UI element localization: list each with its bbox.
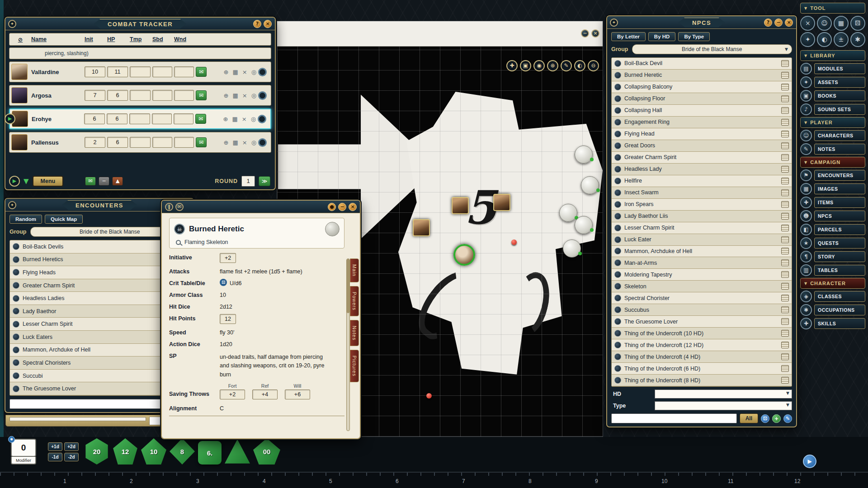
crit-field[interactable]: U/d6 bbox=[230, 279, 241, 286]
init-field[interactable]: 10 bbox=[85, 66, 105, 77]
sidebar-item[interactable]: ▦ IMAGES bbox=[800, 183, 865, 195]
record-link-icon[interactable] bbox=[614, 365, 621, 372]
close-icon[interactable]: × bbox=[349, 203, 357, 211]
sidebar-item-icon[interactable]: ✚ bbox=[800, 318, 812, 329]
effects-icon[interactable]: ◎ bbox=[251, 92, 256, 99]
scroll-down-icon[interactable]: ▼ bbox=[24, 177, 29, 185]
action-dice-field[interactable]: 1d20 bbox=[220, 340, 232, 347]
armor-class-field[interactable]: 10 bbox=[220, 291, 226, 298]
sidebar-item-label[interactable]: MODULES bbox=[814, 63, 865, 74]
npc-list-item[interactable]: Hellfire bbox=[612, 175, 792, 187]
sidebar-item-label[interactable]: SOUND SETS bbox=[814, 104, 865, 115]
record-link-icon[interactable] bbox=[614, 259, 621, 266]
d100-die[interactable]: 00 bbox=[253, 438, 280, 465]
record-link-icon[interactable] bbox=[614, 271, 621, 278]
d12-die[interactable]: 12 bbox=[113, 438, 138, 465]
tmp-field[interactable] bbox=[130, 137, 151, 148]
record-link-icon[interactable] bbox=[614, 295, 621, 301]
sidebar-item-label[interactable]: PARCELS bbox=[814, 224, 865, 235]
type-filter-select[interactable]: ▼ bbox=[655, 401, 792, 410]
sidebar-item-label[interactable]: TABLES bbox=[814, 265, 865, 276]
sidebar-item-icon[interactable]: ▤ bbox=[800, 63, 812, 75]
record-sheet-button[interactable] bbox=[781, 306, 789, 313]
record-link-icon[interactable] bbox=[614, 142, 621, 149]
token-portrait[interactable] bbox=[11, 134, 28, 150]
map-token-coin[interactable] bbox=[575, 145, 593, 164]
map-pin[interactable] bbox=[426, 393, 432, 399]
sidebar-item[interactable]: ¶ STORY bbox=[800, 251, 865, 263]
speed-field[interactable]: fly 30' bbox=[220, 328, 234, 336]
d8-die[interactable]: 8 bbox=[170, 438, 195, 465]
record-link-icon[interactable] bbox=[614, 189, 621, 196]
sidebar-item-label[interactable]: SKILLS bbox=[814, 318, 865, 329]
record-sheet-button[interactable] bbox=[781, 225, 789, 231]
share-roll-icon[interactable]: ✉ bbox=[196, 90, 207, 100]
combat-tracker-titlebar[interactable]: ✦ COMBAT TRACKER ? × bbox=[5, 18, 275, 30]
sidebar-item-label[interactable]: ENCOUNTERS bbox=[814, 170, 865, 181]
sidebar-item[interactable]: ✦ ASSETS bbox=[800, 76, 865, 88]
attack-icon[interactable]: × bbox=[242, 139, 247, 146]
npc-list-item[interactable]: Mammon, Archduke of Hell bbox=[612, 246, 792, 258]
token-icon[interactable]: ◉ bbox=[533, 60, 545, 71]
effects-icon[interactable]: ◎ bbox=[251, 69, 256, 75]
combat-tracker-window[interactable]: ✦ COMBAT TRACKER ? × ⊘ Name Init HP Tmp … bbox=[5, 17, 276, 190]
d4-die[interactable] bbox=[225, 438, 250, 465]
record-link-icon[interactable] bbox=[13, 321, 19, 328]
chat-entry-strip[interactable] bbox=[9, 417, 146, 421]
sidebar-item[interactable]: ⚑ ENCOUNTERS bbox=[800, 169, 865, 181]
map-token-coin[interactable] bbox=[559, 204, 577, 222]
sidebar-item-label[interactable]: NPCS bbox=[814, 211, 865, 221]
record-sheet-button[interactable] bbox=[781, 259, 789, 266]
effects-icon[interactable]: ◎ bbox=[251, 139, 256, 146]
wnd-field[interactable] bbox=[174, 90, 194, 101]
wnd-field[interactable] bbox=[174, 113, 193, 124]
map-pin[interactable] bbox=[511, 239, 517, 245]
sidebar-item-icon[interactable]: ☺ bbox=[800, 130, 812, 141]
npc-list-item[interactable]: Iron Spears bbox=[612, 199, 792, 211]
roll-table-icon[interactable]: ⚄ bbox=[761, 414, 769, 423]
quick-map-button[interactable]: Quick Map bbox=[45, 215, 83, 224]
d20-die[interactable]: 20 bbox=[84, 438, 109, 465]
faction-indicator[interactable] bbox=[258, 138, 267, 147]
modifiers-icon[interactable]: ± bbox=[834, 32, 849, 47]
npc-list-item[interactable]: Insect Swarm bbox=[612, 187, 792, 199]
effects-icon[interactable]: ✦ bbox=[800, 32, 815, 47]
record-sheet-button[interactable] bbox=[781, 84, 789, 90]
record-sheet-button[interactable] bbox=[781, 95, 789, 102]
mask-icon[interactable]: ◐ bbox=[574, 60, 585, 71]
attack-icon[interactable]: × bbox=[242, 116, 247, 122]
active-turn-icon[interactable]: ▶ bbox=[5, 113, 15, 124]
lock-icon[interactable]: ● bbox=[328, 203, 336, 211]
npc-list-item[interactable]: Man-at-Arms bbox=[612, 257, 792, 269]
combat-row-active[interactable]: ▶ Erohye 6 6 ✉ ⊕ ▦ × ◎ bbox=[9, 108, 271, 129]
record-link-icon[interactable] bbox=[614, 306, 621, 313]
sheet-tab[interactable]: Powers bbox=[350, 286, 359, 316]
record-sheet-button[interactable] bbox=[781, 72, 789, 79]
sidebar-item[interactable]: ▣ BOOKS bbox=[800, 90, 865, 102]
record-link-icon[interactable] bbox=[13, 256, 19, 263]
record-sheet-button[interactable] bbox=[781, 213, 789, 220]
tmp-field[interactable] bbox=[130, 66, 151, 77]
record-sheet-button[interactable] bbox=[781, 318, 789, 325]
record-link-icon[interactable] bbox=[614, 95, 621, 102]
sidebar-item[interactable]: ♪ SOUND SETS bbox=[800, 103, 865, 115]
visibility-icon[interactable]: ⊘ bbox=[11, 36, 29, 43]
sort-tab[interactable]: By Type bbox=[678, 32, 710, 41]
d10-die[interactable]: 10 bbox=[141, 438, 166, 465]
sbd-field[interactable] bbox=[152, 113, 172, 124]
zoom-out-icon[interactable]: ⊖ bbox=[588, 60, 599, 71]
sidebar-item-icon[interactable]: ▣ bbox=[800, 90, 812, 102]
reach-icon[interactable]: ▦ bbox=[232, 69, 238, 75]
record-sheet-button[interactable] bbox=[781, 131, 789, 137]
npc-list-item[interactable]: Thing of the Undercroft (12 HD) bbox=[612, 339, 792, 351]
npc-portrait[interactable] bbox=[325, 222, 340, 236]
record-link-icon[interactable] bbox=[614, 84, 621, 90]
sidebar-item-icon[interactable]: ✎ bbox=[800, 143, 812, 155]
sidebar-item-icon[interactable]: ◈ bbox=[800, 291, 812, 302]
record-link-icon[interactable] bbox=[614, 225, 621, 231]
npc-sheet-window[interactable]: ‖ ✉ ● − × ☠ Burned Heretic Flaming Skele… bbox=[161, 200, 361, 439]
share-roll-icon[interactable]: ✉ bbox=[196, 137, 207, 147]
attack-icon[interactable]: × bbox=[242, 69, 247, 75]
record-sheet-button[interactable] bbox=[781, 236, 789, 243]
add-record-icon[interactable]: + bbox=[772, 414, 781, 423]
